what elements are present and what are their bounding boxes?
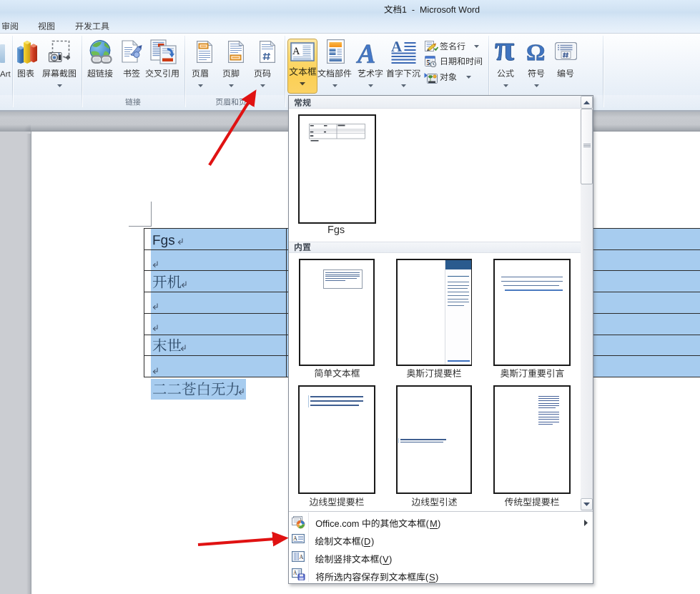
svg-text:A: A [293,570,297,576]
svg-text:A: A [300,554,304,560]
svg-text:A: A [293,535,297,542]
svg-text:5: 5 [427,59,430,66]
